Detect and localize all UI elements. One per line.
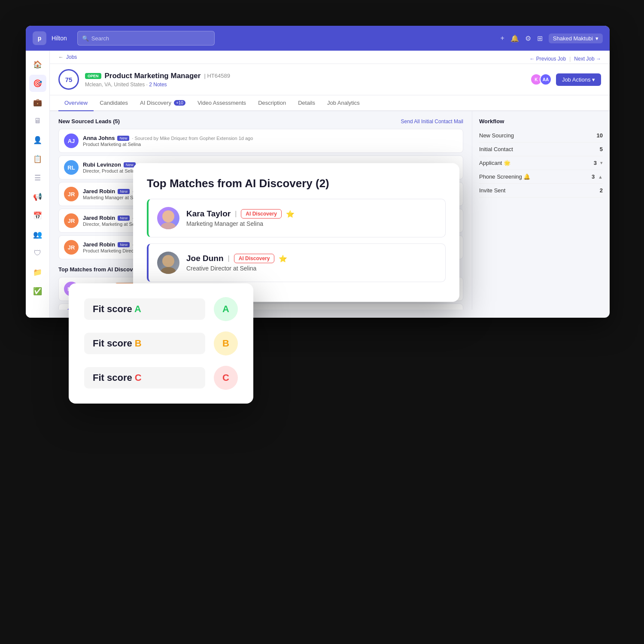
nav-prevnext: ← Previous Job | Next Job →: [529, 56, 601, 62]
ai-discovery-badge: +10: [174, 100, 185, 106]
candidate-row-joe[interactable]: Joe Dunn | AI Discovery ⭐ Creative Direc…: [147, 243, 446, 282]
tab-candidates[interactable]: Candidates: [94, 95, 134, 111]
breadcrumb: ← Jobs ← Previous Job | Next Job →: [50, 51, 610, 64]
fit-label-a-container: Fit score A: [84, 298, 205, 320]
candidate-name-kara: Kara Taylor: [186, 209, 231, 219]
workflow-row-initial[interactable]: Initial Contact 5: [479, 143, 603, 156]
new-badge: New: [118, 189, 130, 194]
user-menu[interactable]: Shaked Maktubi ▾: [549, 33, 603, 43]
tab-job-analytics[interactable]: Job Analytics: [321, 95, 366, 111]
workflow-row-applicant[interactable]: Applicant 🌟 3 ▾: [479, 156, 603, 170]
ai-popup-title: Top Matches from AI Discovery (2): [147, 177, 446, 190]
sidebar-briefcase[interactable]: 💼: [29, 94, 46, 111]
fit-label-a: Fit score A: [93, 304, 197, 315]
candidate-avatar-joe: [157, 252, 179, 274]
user-name: Shaked Maktubi: [553, 35, 593, 42]
sidebar-list[interactable]: ☰: [29, 169, 46, 186]
sidebar-team[interactable]: 👥: [29, 226, 46, 243]
fit-label-b-container: Fit score B: [84, 333, 205, 354]
svg-point-1: [161, 222, 176, 229]
sidebar-home[interactable]: 🏠: [29, 56, 46, 73]
send-initial-contact-link[interactable]: Send All Initial Contact Mail: [401, 118, 463, 125]
fit-badge-a: A: [214, 297, 238, 321]
ai-badge-kara: AI Discovery: [241, 209, 282, 219]
fit-row-a[interactable]: Fit score A A: [84, 297, 238, 321]
star-icon-joe: ⭐: [279, 255, 287, 263]
sidebar-jobs[interactable]: 📋: [29, 150, 46, 167]
topbar: p Hilton 🔍 Search + 🔔 ⚙ ⊞ Shaked Maktubi…: [26, 26, 610, 51]
candidate-info-joe: Joe Dunn | AI Discovery ⭐ Creative Direc…: [186, 254, 437, 272]
sidebar-check[interactable]: ✅: [29, 283, 46, 300]
job-score: 75: [58, 69, 79, 90]
lead-name: Anna Johns: [83, 135, 115, 141]
lead-avatar-jared3: JR: [64, 240, 79, 255]
fit-row-c[interactable]: Fit score C C: [84, 366, 238, 390]
svg-point-0: [162, 210, 174, 222]
fit-label-c: Fit score C: [93, 372, 197, 383]
tab-details[interactable]: Details: [292, 95, 321, 111]
candidate-avatar-kara: [157, 207, 179, 229]
workflow-row-phone[interactable]: Phone Screening 🔔 3 ▲: [479, 170, 603, 184]
fit-badge-c: C: [214, 366, 238, 390]
lead-name: Jared Robin: [83, 188, 115, 194]
tab-video-assessments[interactable]: Video Assessments: [191, 95, 252, 111]
lead-card-anna[interactable]: AJ Anna Johns New · Sourced by Mike Driq…: [58, 129, 463, 153]
lead-avatar-jared2: JR: [64, 213, 79, 228]
gear-icon[interactable]: ⚙: [525, 34, 531, 43]
grid-icon[interactable]: ⊞: [537, 34, 543, 43]
job-header: 75 OPEN Product Marketing Manager | HT64…: [50, 64, 610, 95]
job-id: | HT64589: [204, 73, 230, 79]
svg-point-3: [161, 267, 176, 274]
search-bar[interactable]: 🔍 Search: [77, 31, 215, 46]
new-sourced-header: New Sourced Leads (5) Send All Initial C…: [58, 118, 463, 125]
lead-avatar-rubi: RL: [64, 160, 79, 175]
workflow-row-invite[interactable]: Invite Sent 2: [479, 184, 603, 197]
prev-job-link[interactable]: ← Previous Job: [529, 56, 566, 62]
sidebar-monitor[interactable]: 🖥: [29, 112, 46, 130]
tab-overview[interactable]: Overview: [58, 95, 94, 111]
fit-badge-b: B: [214, 331, 238, 355]
job-status-badge: OPEN: [85, 73, 101, 79]
candidate-title-kara: Marketing Manager at Selina: [186, 220, 437, 227]
lead-avatar-jared1: JR: [64, 187, 79, 201]
job-actions-button[interactable]: Job Actions ▾: [556, 73, 601, 86]
job-header-right: K AA Job Actions ▾: [530, 73, 601, 86]
workflow-row-sourcing[interactable]: New Sourcing 10: [479, 129, 603, 143]
breadcrumb-jobs[interactable]: Jobs: [66, 54, 77, 60]
app-logo: p: [33, 31, 46, 45]
new-sourced-title: New Sourced Leads (5): [58, 118, 120, 125]
sidebar-candidates[interactable]: 🎯: [29, 75, 46, 92]
next-job-link[interactable]: Next Job →: [574, 56, 601, 62]
sidebar-megaphone[interactable]: 📢: [29, 188, 46, 205]
lead-role: Product Marketing at Selina: [83, 142, 253, 147]
col-right: Workflow New Sourcing 10 Initial Contact…: [472, 111, 610, 310]
sidebar: 🏠 🎯 💼 🖥 👤 📋 ☰ 📢 📅 👥 🛡 📁 ✅: [26, 51, 50, 318]
lead-source: · Sourced by Mike Driquez from Gopher Ex…: [132, 136, 253, 141]
sidebar-shield[interactable]: 🛡: [29, 245, 46, 262]
ai-discovery-popup: Top Matches from AI Discovery (2) Kara T…: [133, 163, 459, 302]
search-placeholder: Search: [91, 35, 109, 42]
candidate-info-kara: Kara Taylor | AI Discovery ⭐ Marketing M…: [186, 209, 437, 227]
new-badge: New: [118, 242, 130, 247]
fit-score-popup: Fit score A A Fit score B B Fit score C …: [69, 283, 253, 404]
sidebar-calendar[interactable]: 📅: [29, 207, 46, 224]
job-notes-link[interactable]: 2 Notes: [149, 82, 167, 88]
sidebar-person[interactable]: 👤: [29, 131, 46, 149]
tab-description[interactable]: Description: [252, 95, 292, 111]
avatar-2: AA: [540, 73, 552, 85]
sidebar-folder[interactable]: 📁: [29, 264, 46, 281]
bell-icon[interactable]: 🔔: [510, 34, 519, 43]
add-icon[interactable]: +: [500, 34, 504, 42]
candidate-title-joe: Creative Director at Selina: [186, 265, 437, 272]
fit-row-b[interactable]: Fit score B B: [84, 331, 238, 355]
tab-ai-discovery[interactable]: AI Discovery +10: [134, 95, 191, 111]
lead-avatar-anna: AJ: [64, 134, 79, 148]
new-badge: New: [117, 136, 129, 141]
lead-name: Jared Robin: [83, 241, 115, 248]
workflow-title: Workflow: [479, 118, 603, 125]
svg-point-2: [162, 255, 174, 267]
lead-name: Jared Robin: [83, 215, 115, 221]
lead-name: Rubi Levinzon: [83, 161, 121, 168]
job-title: Product Marketing Manager: [105, 72, 201, 80]
candidate-row-kara[interactable]: Kara Taylor | AI Discovery ⭐ Marketing M…: [147, 199, 446, 237]
